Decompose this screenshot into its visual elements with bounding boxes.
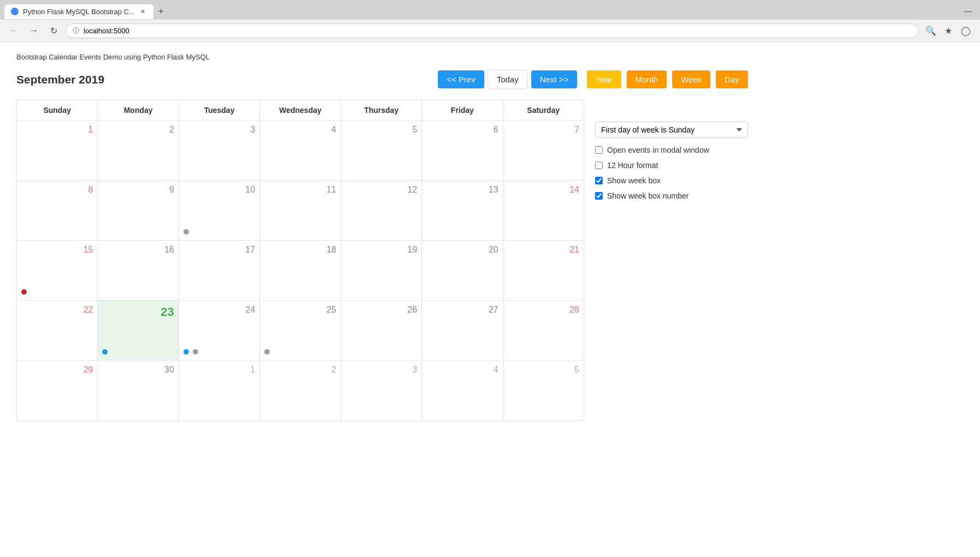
event-dot-blue bbox=[183, 349, 189, 355]
event-dot-gray bbox=[183, 229, 189, 235]
calendar-cell[interactable]: 5 bbox=[341, 121, 422, 181]
event-dot-red bbox=[21, 289, 27, 295]
reload-button[interactable]: ↻ bbox=[46, 23, 61, 38]
day-number: 17 bbox=[183, 245, 255, 255]
calendar-cell[interactable]: 29 bbox=[17, 361, 98, 421]
sidebar-options: Open events in modal window12 Hour forma… bbox=[595, 146, 748, 200]
calendar-cell[interactable]: 9 bbox=[98, 181, 179, 241]
calendar-cell[interactable]: 3 bbox=[179, 121, 260, 181]
calendar-cell[interactable]: 15 bbox=[17, 241, 98, 301]
sidebar-option-opt4: Show week box number bbox=[595, 191, 748, 200]
calendar-cell[interactable]: 28 bbox=[503, 301, 584, 361]
search-icon[interactable]: 🔍 bbox=[923, 23, 939, 38]
calendar-cell[interactable]: 10 bbox=[179, 181, 260, 241]
calendar-cell[interactable]: 12 bbox=[341, 181, 422, 241]
calendar-cell[interactable]: 4 bbox=[422, 361, 503, 421]
day-number: 13 bbox=[426, 185, 498, 195]
calendar-cell[interactable]: 17 bbox=[179, 241, 260, 301]
week-button[interactable]: Week bbox=[672, 70, 710, 88]
calendar-cell[interactable]: 3 bbox=[341, 361, 422, 421]
day-header-wednesday: Wednesday bbox=[260, 100, 341, 121]
active-tab[interactable]: Python Flask MySQL Bootstrap C... ✕ bbox=[4, 4, 153, 19]
calendar-cell[interactable]: 24 bbox=[179, 301, 260, 361]
close-tab-button[interactable]: ✕ bbox=[139, 8, 147, 15]
page-header-text: Bootstrap Calendar Events Demo using Pyt… bbox=[16, 53, 210, 61]
day-number: 19 bbox=[346, 245, 417, 255]
forward-button[interactable]: → bbox=[26, 23, 41, 38]
calendar-cell[interactable]: 13 bbox=[422, 181, 503, 241]
month-button[interactable]: Month bbox=[627, 70, 667, 88]
bookmark-icon[interactable]: ★ bbox=[941, 23, 956, 38]
minimize-button[interactable]: — bbox=[960, 4, 976, 19]
new-tab-button[interactable]: + bbox=[153, 4, 169, 19]
calendar-cell[interactable]: 20 bbox=[422, 241, 503, 301]
year-button[interactable]: Year bbox=[587, 70, 621, 88]
day-header-thursday: Thursday bbox=[341, 100, 422, 121]
sidebar-option-opt2: 12 Hour format bbox=[595, 161, 748, 170]
calendar-main: SundayMondayTuesdayWednesdayThursdayFrid… bbox=[16, 100, 584, 421]
today-button[interactable]: Today bbox=[488, 70, 528, 89]
calendar-cell[interactable]: 8 bbox=[17, 181, 98, 241]
label-opt2[interactable]: 12 Hour format bbox=[607, 161, 658, 170]
event-dot-gray bbox=[193, 349, 198, 355]
calendar-sidebar: First day of week is SundayFirst day of … bbox=[595, 100, 748, 421]
calendar-cell[interactable]: 18 bbox=[260, 241, 341, 301]
label-opt3[interactable]: Show week box bbox=[607, 176, 661, 185]
next-button[interactable]: Next >> bbox=[531, 70, 578, 88]
day-number: 2 bbox=[102, 125, 174, 135]
day-number: 28 bbox=[508, 305, 579, 315]
day-number: 11 bbox=[264, 185, 336, 195]
day-number: 26 bbox=[346, 305, 417, 315]
calendar-cell[interactable]: 11 bbox=[260, 181, 341, 241]
checkbox-opt4[interactable] bbox=[595, 192, 603, 200]
tab-title: Python Flask MySQL Bootstrap C... bbox=[23, 8, 135, 16]
calendar-cell[interactable]: 7 bbox=[503, 121, 584, 181]
calendar-cell[interactable]: 30 bbox=[98, 361, 179, 421]
day-number: 1 bbox=[183, 365, 255, 375]
calendar-wrapper: SundayMondayTuesdayWednesdayThursdayFrid… bbox=[16, 100, 748, 421]
calendar-cell[interactable]: 25 bbox=[260, 301, 341, 361]
checkbox-opt2[interactable] bbox=[595, 161, 603, 169]
prev-button[interactable]: << Prev bbox=[438, 70, 484, 88]
tab-bar: Python Flask MySQL Bootstrap C... ✕ + — bbox=[0, 0, 980, 20]
label-opt4[interactable]: Show week box number bbox=[607, 191, 688, 200]
checkbox-opt1[interactable] bbox=[595, 146, 603, 154]
calendar-cell[interactable]: 1 bbox=[17, 121, 98, 181]
calendar-cell[interactable]: 2 bbox=[98, 121, 179, 181]
day-number: 5 bbox=[508, 365, 579, 375]
calendar-cell[interactable]: 6 bbox=[422, 121, 503, 181]
back-button[interactable]: ← bbox=[7, 23, 22, 38]
day-number: 27 bbox=[426, 305, 498, 315]
url-input[interactable] bbox=[84, 27, 912, 35]
calendar-cell[interactable]: 14 bbox=[503, 181, 584, 241]
event-dots bbox=[182, 228, 190, 236]
calendar-cell[interactable]: 19 bbox=[341, 241, 422, 301]
calendar-cell[interactable]: 27 bbox=[422, 301, 503, 361]
calendar-cell[interactable]: 4 bbox=[260, 121, 341, 181]
calendar-cell[interactable]: 1 bbox=[179, 361, 260, 421]
calendar-cell[interactable]: 23 bbox=[98, 301, 179, 361]
address-bar[interactable]: ⓘ bbox=[66, 23, 919, 38]
sidebar-option-opt1: Open events in modal window bbox=[595, 146, 748, 154]
calendar-grid: 1234567891011121314151617181920212223242… bbox=[16, 121, 584, 421]
label-opt1[interactable]: Open events in modal window bbox=[607, 146, 709, 154]
security-icon: ⓘ bbox=[73, 26, 79, 35]
first-day-dropdown[interactable]: First day of week is SundayFirst day of … bbox=[595, 122, 748, 138]
day-number: 9 bbox=[102, 185, 174, 195]
calendar-cell[interactable]: 5 bbox=[503, 361, 584, 421]
calendar-cell[interactable]: 26 bbox=[341, 301, 422, 361]
browser-chrome: Python Flask MySQL Bootstrap C... ✕ + — … bbox=[0, 0, 980, 42]
calendar-cell[interactable]: 22 bbox=[17, 301, 98, 361]
event-dots bbox=[20, 288, 28, 296]
day-number: 20 bbox=[426, 245, 498, 255]
checkbox-opt3[interactable] bbox=[595, 177, 603, 184]
calendar-cell[interactable]: 2 bbox=[260, 361, 341, 421]
day-number: 5 bbox=[346, 125, 417, 135]
day-number: 4 bbox=[264, 125, 336, 135]
day-button[interactable]: Day bbox=[716, 70, 748, 88]
event-dot-blue bbox=[102, 349, 108, 355]
day-number: 3 bbox=[183, 125, 255, 135]
calendar-cell[interactable]: 21 bbox=[503, 241, 584, 301]
account-icon[interactable]: ◯ bbox=[958, 23, 973, 38]
calendar-cell[interactable]: 16 bbox=[98, 241, 179, 301]
